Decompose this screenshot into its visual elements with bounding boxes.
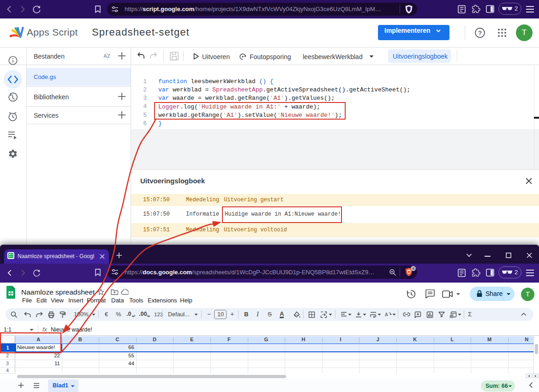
svg-text:?: ? [478, 30, 482, 36]
svg-text:A: A [385, 312, 388, 317]
svg-text:AZ: AZ [103, 53, 110, 59]
